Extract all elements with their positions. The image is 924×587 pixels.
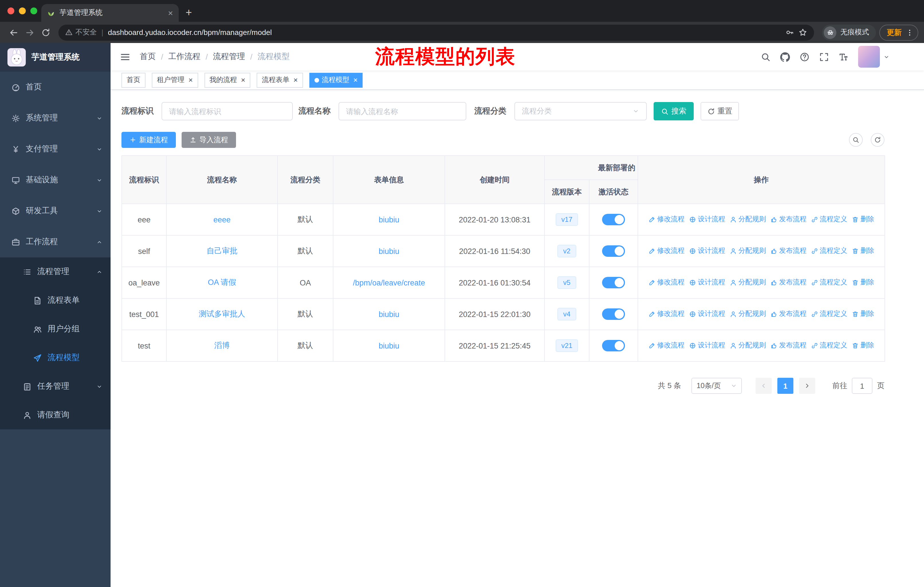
action-modify[interactable]: 修改流程 <box>648 278 685 288</box>
tab-home[interactable]: 首页 <box>121 73 145 88</box>
action-publish[interactable]: 发布流程 <box>771 309 807 319</box>
goto-page-input[interactable] <box>852 378 873 394</box>
reset-button[interactable]: 重置 <box>701 102 739 121</box>
action-definition[interactable]: 流程定义 <box>811 246 847 256</box>
sidebar-item-devtools[interactable]: 研发工具 <box>0 195 111 227</box>
tab-process-model[interactable]: 流程模型× <box>309 73 363 88</box>
sidebar-item-home[interactable]: 首页 <box>0 72 111 103</box>
tab-process-form[interactable]: 流程表单× <box>257 73 303 88</box>
action-modify[interactable]: 修改流程 <box>648 215 685 225</box>
address-bar[interactable]: 不安全 | dashboard.yudao.iocoder.cn/bpm/man… <box>58 24 814 40</box>
action-design[interactable]: 设计流程 <box>689 246 725 256</box>
process-name-link[interactable]: eeee <box>213 215 231 224</box>
action-delete[interactable]: 删除 <box>852 246 874 256</box>
action-delete[interactable]: 删除 <box>852 341 874 351</box>
close-icon[interactable]: × <box>293 76 298 84</box>
action-assign-rule[interactable]: 分配规则 <box>730 309 766 319</box>
zoom-window-button[interactable] <box>30 7 37 14</box>
action-assign-rule[interactable]: 分配规则 <box>730 215 766 225</box>
process-name-link[interactable]: 滔博 <box>214 341 230 350</box>
close-window-button[interactable] <box>7 7 14 14</box>
action-definition[interactable]: 流程定义 <box>811 215 847 225</box>
create-process-button[interactable]: 新建流程 <box>121 132 176 148</box>
active-toggle[interactable] <box>602 245 625 257</box>
passwords-icon[interactable] <box>785 28 794 37</box>
action-publish[interactable]: 发布流程 <box>771 215 807 225</box>
process-name-link[interactable]: 测试多审批人 <box>199 309 245 318</box>
action-design[interactable]: 设计流程 <box>689 309 725 319</box>
site-security-chip[interactable]: 不安全 <box>65 28 97 37</box>
category-select[interactable]: 流程分类 <box>515 102 647 121</box>
action-publish[interactable]: 发布流程 <box>771 278 807 288</box>
minimize-window-button[interactable] <box>19 7 26 14</box>
process-name-link[interactable]: OA 请假 <box>208 278 236 287</box>
action-design[interactable]: 设计流程 <box>689 215 725 225</box>
action-design[interactable]: 设计流程 <box>689 341 725 351</box>
search-button[interactable]: 搜索 <box>653 102 694 121</box>
action-definition[interactable]: 流程定义 <box>811 278 847 288</box>
action-modify[interactable]: 修改流程 <box>648 341 685 351</box>
sidebar-item-workflow[interactable]: 工作流程 <box>0 227 111 257</box>
browser-tab[interactable]: 芋道管理系统 × <box>41 4 179 22</box>
active-toggle[interactable] <box>602 214 625 225</box>
prev-page-button[interactable] <box>756 378 772 394</box>
process-name-input[interactable] <box>346 107 459 116</box>
close-icon[interactable]: × <box>241 76 245 84</box>
sidebar-item-payment[interactable]: 支付管理 <box>0 134 111 165</box>
browser-update-button[interactable]: 更新 <box>879 24 918 40</box>
action-modify[interactable]: 修改流程 <box>648 246 685 256</box>
action-delete[interactable]: 删除 <box>852 309 874 319</box>
sidebar-item-process-form[interactable]: 流程表单 <box>0 286 111 315</box>
github-icon[interactable] <box>780 52 790 62</box>
action-assign-rule[interactable]: 分配规则 <box>730 278 766 288</box>
action-delete[interactable]: 删除 <box>852 215 874 225</box>
user-avatar[interactable] <box>858 46 889 68</box>
toggle-search-button[interactable] <box>849 133 863 147</box>
help-icon[interactable] <box>800 52 809 62</box>
process-key-input[interactable] <box>169 107 285 116</box>
active-toggle[interactable] <box>602 340 625 351</box>
action-modify[interactable]: 修改流程 <box>648 309 685 319</box>
breadcrumb-process-manage[interactable]: 流程管理 <box>213 51 245 62</box>
form-info-link[interactable]: biubiu <box>379 247 399 255</box>
page-size-select[interactable]: 10条/页 <box>691 378 742 394</box>
sidebar-item-user-group[interactable]: 用户分组 <box>0 315 111 343</box>
import-process-button[interactable]: 导入流程 <box>182 132 236 148</box>
sidebar-item-task-manage[interactable]: 任务管理 <box>0 372 111 401</box>
action-delete[interactable]: 删除 <box>852 278 874 288</box>
action-design[interactable]: 设计流程 <box>689 278 725 288</box>
active-toggle[interactable] <box>602 277 625 288</box>
search-icon[interactable] <box>761 52 771 62</box>
new-tab-button[interactable]: + <box>186 6 192 19</box>
action-definition[interactable]: 流程定义 <box>811 341 847 351</box>
close-icon[interactable]: × <box>188 76 193 84</box>
sidebar-item-leave-query[interactable]: 请假查询 <box>0 401 111 429</box>
incognito-badge[interactable]: 无痕模式 <box>822 24 876 40</box>
close-icon[interactable]: × <box>353 76 358 84</box>
sidebar-item-process-model[interactable]: 流程模型 <box>0 343 111 372</box>
action-publish[interactable]: 发布流程 <box>771 341 807 351</box>
tab-close-icon[interactable]: × <box>168 8 173 17</box>
action-assign-rule[interactable]: 分配规则 <box>730 341 766 351</box>
tab-my-process[interactable]: 我的流程× <box>204 73 250 88</box>
action-publish[interactable]: 发布流程 <box>771 246 807 256</box>
breadcrumb-home[interactable]: 首页 <box>140 51 156 62</box>
next-page-button[interactable] <box>799 378 815 394</box>
refresh-table-button[interactable] <box>871 133 884 147</box>
form-info-link[interactable]: biubiu <box>379 310 399 318</box>
sidebar-item-system[interactable]: 系统管理 <box>0 103 111 134</box>
process-name-link[interactable]: 自己审批 <box>206 246 238 255</box>
action-assign-rule[interactable]: 分配规则 <box>730 246 766 256</box>
sidebar-toggle-button[interactable] <box>120 51 130 62</box>
reload-button[interactable] <box>38 24 54 40</box>
form-info-link[interactable]: /bpm/oa/leave/create <box>353 278 425 287</box>
form-info-link[interactable]: biubiu <box>379 215 399 224</box>
browser-menu-icon[interactable] <box>906 28 914 36</box>
form-info-link[interactable]: biubiu <box>379 341 399 350</box>
tab-tenant-manage[interactable]: 租户管理× <box>152 73 198 88</box>
forward-button[interactable] <box>22 24 38 40</box>
active-toggle[interactable] <box>602 308 625 320</box>
bookmark-icon[interactable] <box>799 28 807 37</box>
sidebar-item-process-manage[interactable]: 流程管理 <box>0 257 111 286</box>
back-button[interactable] <box>6 24 22 40</box>
